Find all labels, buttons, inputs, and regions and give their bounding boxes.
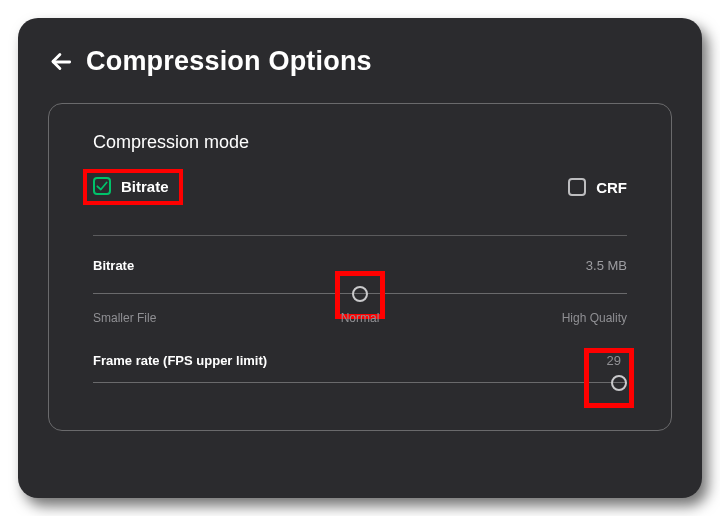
compression-options-panel: Compression Options Compression mode Bit… [18, 18, 702, 498]
header: Compression Options [18, 46, 702, 103]
slider-mark-right: High Quality [562, 311, 627, 325]
bitrate-slider-marks: Smaller File Normal High Quality [93, 311, 627, 327]
options-card: Compression mode Bitrate CRF Bi [48, 103, 672, 431]
bitrate-label: Bitrate [93, 258, 134, 273]
mode-option-crf[interactable]: CRF [568, 169, 627, 205]
mode-crf-label: CRF [596, 179, 627, 196]
fps-slider[interactable] [93, 374, 627, 392]
fps-row-head: Frame rate (FPS upper limit) 29 [93, 353, 627, 368]
bitrate-row: Bitrate 3.5 MB Smaller File Normal High … [93, 258, 627, 327]
back-arrow-icon[interactable] [48, 49, 74, 75]
mode-bitrate-label: Bitrate [121, 178, 169, 195]
bitrate-slider[interactable] [93, 285, 627, 303]
mode-option-bitrate[interactable]: Bitrate [93, 177, 169, 195]
slider-track [93, 382, 627, 383]
fps-label: Frame rate (FPS upper limit) [93, 353, 267, 368]
compression-mode-row: Bitrate CRF [93, 169, 627, 236]
slider-mark-mid: Normal [341, 311, 380, 325]
bitrate-value: 3.5 MB [586, 258, 627, 273]
section-title: Compression mode [93, 132, 627, 153]
highlight-bitrate: Bitrate [83, 169, 183, 205]
checkbox-empty-icon [568, 178, 586, 196]
highlight-fps-thumb [584, 348, 634, 408]
page-title: Compression Options [86, 46, 372, 77]
checkbox-checked-icon [93, 177, 111, 195]
slider-mark-left: Smaller File [93, 311, 156, 325]
fps-row: Frame rate (FPS upper limit) 29 [93, 353, 627, 392]
